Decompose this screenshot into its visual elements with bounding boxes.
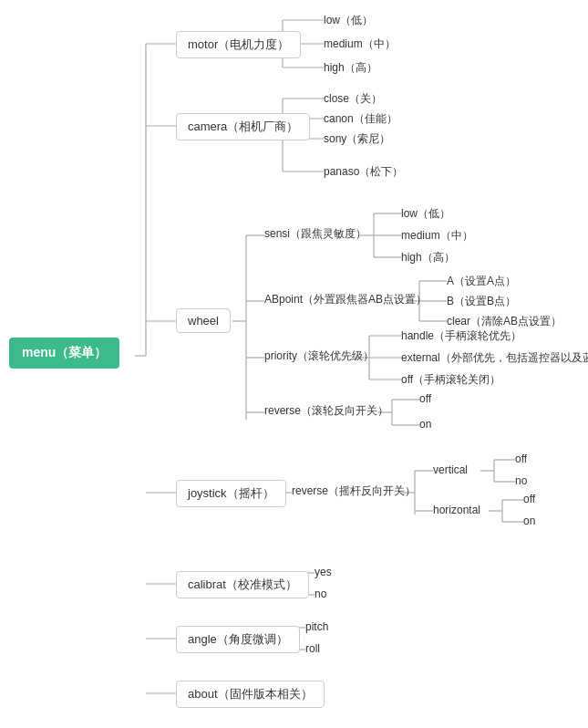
- sensi-low-leaf: low（低）: [401, 206, 450, 222]
- camera-panaso-leaf: panaso（松下）: [324, 164, 403, 180]
- calibrat-no-leaf: no: [315, 588, 326, 600]
- sensi-node: sensi（跟焦灵敏度）: [264, 226, 366, 242]
- wheel-node: wheel: [176, 308, 231, 333]
- joystick-reverse-node: reverse（摇杆反向开关）: [292, 484, 416, 499]
- camera-canon-leaf: canon（佳能）: [324, 111, 397, 127]
- priority-external-leaf: external（外部优先，包括遥控器以及蓝牙）: [401, 350, 588, 366]
- horizontal-off-leaf: off: [523, 493, 535, 505]
- reverse-wheel-off-leaf: off: [419, 392, 431, 405]
- vertical-off-leaf: off: [515, 452, 527, 465]
- priority-off-leaf: off（手柄滚轮关闭）: [401, 372, 500, 388]
- vertical-node: vertical: [433, 463, 468, 476]
- mind-map-diagram: menu（菜单） motor（电机力度） low（低） medium（中） hi…: [0, 0, 588, 728]
- camera-close-leaf: close（关）: [324, 91, 382, 107]
- motor-low-leaf: low（低）: [324, 13, 373, 28]
- vertical-no-leaf: no: [515, 474, 527, 487]
- angle-node: angle（角度微调）: [176, 626, 300, 653]
- angle-pitch-leaf: pitch: [305, 620, 328, 633]
- reverse-wheel-node: reverse（滚轮反向开关）: [264, 403, 388, 419]
- abpoint-node: ABpoint（外置跟焦器AB点设置）: [264, 292, 427, 307]
- motor-node: motor（电机力度）: [176, 31, 301, 58]
- ab-a-leaf: A（设置A点）: [447, 274, 516, 289]
- calibrat-node: calibrat（校准模式）: [176, 571, 309, 598]
- ab-clear-leaf: clear（清除AB点设置）: [447, 314, 562, 329]
- horizontal-node: horizontal: [433, 504, 480, 516]
- calibrat-yes-leaf: yes: [315, 566, 332, 578]
- priority-node: priority（滚轮优先级）: [264, 348, 374, 364]
- sensi-high-leaf: high（高）: [401, 250, 455, 265]
- motor-medium-leaf: medium（中）: [324, 36, 396, 52]
- camera-node: camera（相机厂商）: [176, 113, 310, 140]
- reverse-wheel-on-leaf: on: [419, 418, 431, 431]
- ab-b-leaf: B（设置B点）: [447, 294, 516, 309]
- horizontal-on-leaf: on: [523, 515, 535, 527]
- angle-roll-leaf: roll: [305, 642, 320, 655]
- sensi-medium-leaf: medium（中）: [401, 228, 473, 244]
- about-node: about（固件版本相关）: [176, 681, 325, 708]
- root-node: menu（菜单）: [9, 338, 119, 369]
- motor-high-leaf: high（高）: [324, 60, 377, 76]
- joystick-node: joystick（摇杆）: [176, 480, 286, 507]
- priority-handle-leaf: handle（手柄滚轮优先）: [401, 328, 521, 344]
- camera-sony-leaf: sony（索尼）: [324, 131, 390, 147]
